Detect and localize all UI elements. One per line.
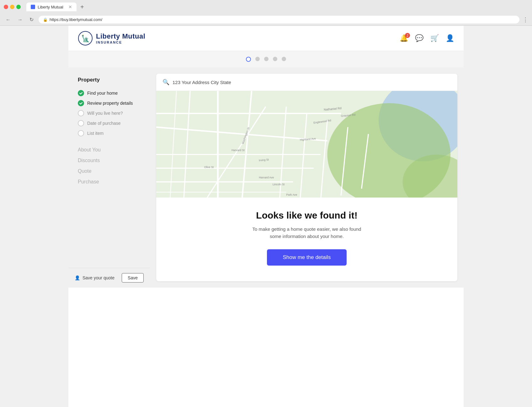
content-card: 🔍 123 Your Address City State	[156, 74, 457, 281]
svg-text:Olive St: Olive St	[204, 166, 214, 169]
sidebar-section-title: Property	[78, 77, 144, 83]
save-quote-label: 👤 Save your quote	[75, 275, 119, 280]
tab-favicon	[31, 5, 35, 9]
progress-dot-5[interactable]	[282, 57, 286, 61]
sidebar-group-item-discounts[interactable]: Discounts	[78, 155, 144, 166]
notification-badge: 2	[405, 33, 410, 38]
content-area: 🔍 123 Your Address City State	[150, 67, 464, 288]
lock-icon: 🔒	[43, 18, 48, 22]
save-quote-text: Save your quote	[82, 275, 114, 280]
logo-name: Liberty Mutual	[96, 32, 145, 40]
progress-dot-1[interactable]	[246, 57, 251, 62]
minimize-window-button[interactable]	[10, 5, 14, 9]
new-tab-button[interactable]: +	[80, 3, 84, 11]
logo-text-group: Liberty Mutual INSURANCE	[96, 32, 145, 44]
sidebar-item-review-property[interactable]: Review property details	[78, 98, 144, 108]
back-button[interactable]: ←	[4, 16, 13, 23]
svg-text:Lincoln St: Lincoln St	[273, 183, 285, 186]
sidebar-item-date-purchase[interactable]: Date of purchase	[78, 118, 144, 128]
svg-text:🗽: 🗽	[81, 34, 90, 43]
sidebar-label-list-item: List item	[87, 131, 104, 136]
check-icon-review-property	[78, 100, 84, 106]
notifications-button[interactable]: 🔔 2	[400, 34, 408, 42]
save-button[interactable]: Save	[122, 273, 144, 283]
sidebar-label-find-home: Find your home	[87, 91, 118, 96]
close-window-button[interactable]	[4, 5, 8, 9]
svg-text:Park Ave: Park Ave	[286, 193, 297, 196]
sidebar-label-date-purchase: Date of purchase	[87, 121, 121, 126]
sidebar-item-list-item[interactable]: List item	[78, 128, 144, 138]
save-person-icon: 👤	[75, 275, 80, 280]
address-bar: ← → ↻ 🔒 https://buy.libertymutual.com/ ⋮	[0, 14, 532, 25]
account-button[interactable]: 👤	[446, 34, 454, 42]
browser-tab[interactable]: Liberty Mutual ✕	[26, 3, 77, 11]
url-text: https://buy.libertymutual.com/	[50, 17, 102, 22]
sidebar: Property Find your home Review property …	[68, 67, 150, 288]
check-icon-find-home	[78, 90, 84, 96]
url-field[interactable]: 🔒 https://buy.libertymutual.com/	[39, 16, 519, 24]
main-layout: Property Find your home Review property …	[68, 67, 464, 288]
sidebar-group-item-purchase[interactable]: Purchase	[78, 177, 144, 187]
logo-icon: 🗽	[78, 31, 93, 46]
map-svg: Nathaniel Rd Grayson Rd Englewood Rd Hig…	[156, 91, 457, 198]
sidebar-group-about-you: About You Discounts Quote Purchase	[78, 145, 144, 187]
forward-button[interactable]: →	[16, 16, 24, 23]
app-wrapper: 🗽 Liberty Mutual INSURANCE 🔔 2 💬 🛒 👤	[68, 26, 464, 407]
found-section: Looks like we found it! To make getting …	[156, 198, 457, 281]
address-search: 🔍 123 Your Address City State	[156, 74, 457, 91]
browser-chrome: Liberty Mutual ✕ + ← → ↻ 🔒 https://buy.l…	[0, 0, 532, 26]
progress-dot-2[interactable]	[255, 57, 260, 61]
progress-dot-3[interactable]	[264, 57, 269, 61]
sidebar-group-item-quote[interactable]: Quote	[78, 166, 144, 177]
map-area: Nathaniel Rd Grayson Rd Englewood Rd Hig…	[156, 91, 457, 198]
sidebar-item-find-home[interactable]: Find your home	[78, 88, 144, 98]
empty-circle-date-purchase	[78, 120, 84, 126]
sidebar-footer: 👤 Save your quote Save	[68, 268, 150, 288]
progress-dot-4[interactable]	[273, 57, 277, 61]
browser-menu-button[interactable]: ⋮	[523, 16, 528, 23]
header-icons: 🔔 2 💬 🛒 👤	[400, 34, 454, 42]
sidebar-label-review-property: Review property details	[87, 101, 133, 106]
tab-title: Liberty Mutual	[38, 5, 63, 9]
address-text: 123 Your Address City State	[173, 80, 231, 85]
maximize-window-button[interactable]	[16, 5, 21, 9]
logo-area: 🗽 Liberty Mutual INSURANCE	[78, 31, 145, 46]
app-header: 🗽 Liberty Mutual INSURANCE 🔔 2 💬 🛒 👤	[68, 26, 464, 51]
sidebar-group-item-about-you[interactable]: About You	[78, 145, 144, 155]
svg-text:Harvard St: Harvard St	[231, 149, 245, 152]
reload-button[interactable]: ↻	[28, 16, 35, 23]
found-desc: To make getting a home quote easier, we …	[247, 226, 366, 240]
search-icon: 🔍	[162, 79, 169, 86]
found-title: Looks like we found it!	[162, 210, 451, 221]
messages-button[interactable]: 💬	[415, 34, 423, 42]
sidebar-item-live-here[interactable]: Will you live here?	[78, 108, 144, 118]
sidebar-label-live-here: Will you live here?	[87, 111, 123, 116]
empty-circle-live-here	[78, 110, 84, 116]
cart-button[interactable]: 🛒	[430, 34, 439, 42]
svg-text:Harvard Ave: Harvard Ave	[259, 176, 274, 179]
progress-dots	[68, 51, 464, 67]
show-details-button[interactable]: Show me the details	[267, 249, 346, 266]
tab-close-button[interactable]: ✕	[68, 4, 72, 9]
logo-sub: INSURANCE	[96, 40, 145, 44]
empty-circle-list-item	[78, 130, 84, 136]
window-controls	[4, 5, 21, 9]
